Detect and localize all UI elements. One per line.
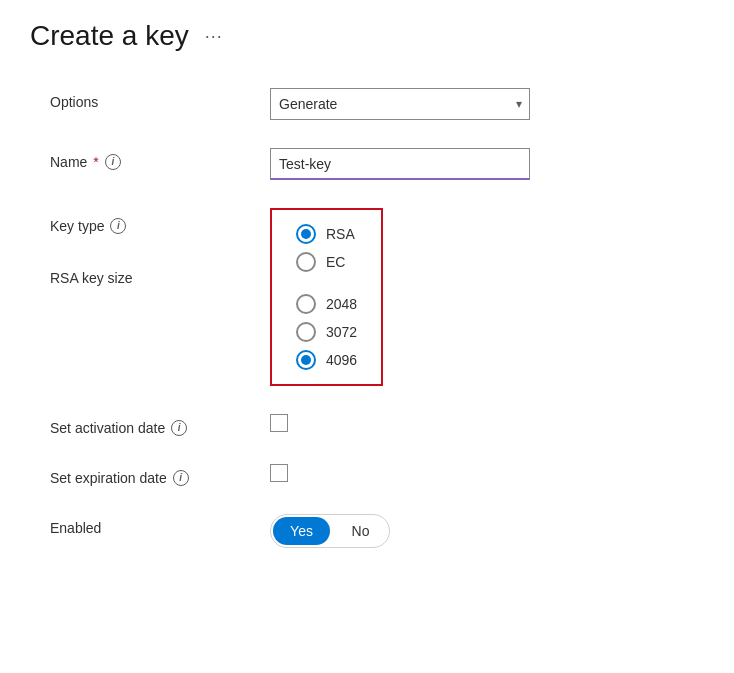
activation-date-row: Set activation date i [50,414,704,436]
key-type-rsa-box-area: RSA EC 2048 3072 [270,208,383,386]
expiration-date-checkbox[interactable] [270,464,288,482]
expiration-date-row: Set expiration date i [50,464,704,486]
radio-3072-item[interactable]: 3072 [296,322,357,342]
radio-2048-item[interactable]: 2048 [296,294,357,314]
options-row: Options GenerateImport [50,88,704,120]
toggle-no[interactable]: No [332,515,389,547]
expiration-date-label: Set expiration date i [50,464,270,486]
radio-rsa-item[interactable]: RSA [296,224,357,244]
enabled-control: Yes No [270,514,704,548]
expiration-date-info-icon[interactable]: i [173,470,189,486]
options-select[interactable]: GenerateImport [270,88,530,120]
activation-date-label: Set activation date i [50,414,270,436]
toggle-yes[interactable]: Yes [273,517,330,545]
options-select-wrapper: GenerateImport [270,88,530,120]
name-row: Name * i [50,148,704,180]
activation-date-control [270,414,704,432]
required-indicator: * [93,154,98,170]
radio-4096-item[interactable]: 4096 [296,350,357,370]
activation-date-info-icon[interactable]: i [171,420,187,436]
size-4096-text: 4096 [326,352,357,368]
key-type-info-col[interactable]: i [110,218,126,234]
size-3072-text: 3072 [326,324,357,340]
radio-spacer [296,280,357,294]
rsa-key-size-label-col: RSA key size [50,264,270,286]
page-header: Create a key ··· [30,20,704,52]
form-container: Options GenerateImport Name * i Key type… [30,88,704,548]
options-control: GenerateImport [270,88,704,120]
size-2048-text: 2048 [326,296,357,312]
name-control [270,148,704,180]
name-label: Name * i [50,148,270,170]
radio-ec-item[interactable]: EC [296,252,357,272]
rsa-label-text: RSA [326,226,355,242]
ec-label-text: EC [326,254,345,270]
activation-date-checkbox[interactable] [270,414,288,432]
combined-radio-box: RSA EC 2048 3072 [270,208,383,386]
enabled-toggle[interactable]: Yes No [270,514,390,548]
page-title: Create a key [30,20,189,52]
enabled-row: Enabled Yes No [50,514,704,548]
name-info-icon[interactable]: i [105,154,121,170]
enabled-label: Enabled [50,514,270,536]
name-input[interactable] [270,148,530,180]
ellipsis-button[interactable]: ··· [199,24,229,49]
key-type-rsa-labels: Key type i RSA key size [50,208,270,286]
options-label: Options [50,88,270,110]
expiration-date-control [270,464,704,482]
key-type-label-col: Key type i [50,208,270,264]
